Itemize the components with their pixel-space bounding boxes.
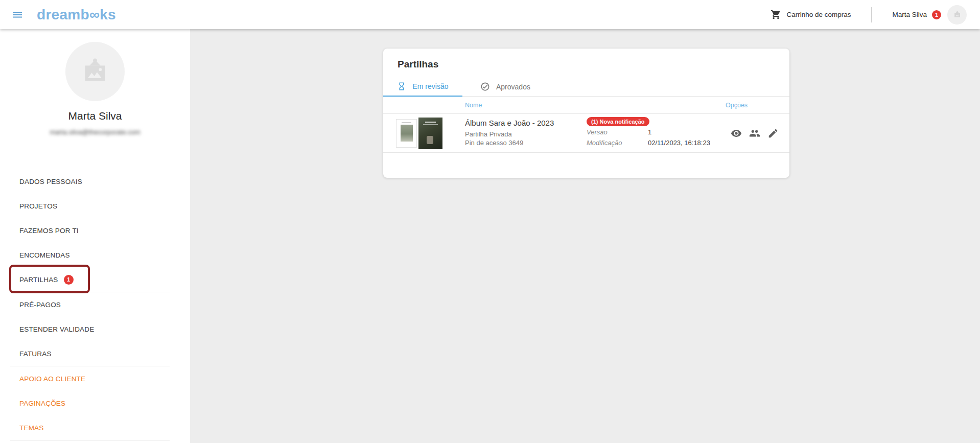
preview-button[interactable] <box>731 128 742 139</box>
album-thumbnail-front <box>396 119 417 148</box>
sidebar-item-label: FATURAS <box>19 350 52 358</box>
partilhas-card: Partilhas Em revisão Aprovados Nome Opçõ… <box>383 49 789 178</box>
edit-icon <box>767 128 779 139</box>
share-meta: (1) Nova notificação Versão 1 Modificaçã… <box>587 116 710 148</box>
cart-label: Carrinho de compras <box>786 11 851 18</box>
tab-em-revisao[interactable]: Em revisão <box>383 77 462 97</box>
hourglass-icon <box>397 82 406 91</box>
header-divider <box>871 7 872 22</box>
image-placeholder-icon <box>953 10 962 19</box>
table-row: Álbum Sara e João - 2023 Partilha Privad… <box>383 114 789 153</box>
header-avatar[interactable] <box>947 5 967 25</box>
thumbnail-figure <box>427 136 433 144</box>
profile-name: Marta Silva <box>0 110 190 122</box>
sidebar-item-dados-pessoais[interactable]: DADOS PESSOAIS <box>0 169 190 194</box>
row-actions <box>731 128 779 139</box>
thumbnail-photo <box>401 125 413 142</box>
sidebar-item-partilhas[interactable]: PARTILHAS 1 <box>0 267 190 292</box>
sidebar-item-label: APOIO AO CLIENTE <box>19 375 85 383</box>
album-info: Álbum Sara e João - 2023 Partilha Privad… <box>465 119 554 147</box>
card-title: Partilhas <box>398 59 438 70</box>
header-notification-badge: 1 <box>932 10 941 19</box>
cart-icon <box>771 9 781 20</box>
header-right: Carrinho de compras Marta Silva 1 <box>771 5 980 25</box>
album-title: Álbum Sara e João - 2023 <box>465 119 554 127</box>
profile-avatar <box>65 42 125 101</box>
sidebar-menu: DADOS PESSOAIS PROJETOS FAZEMOS POR TI E… <box>0 169 190 440</box>
version-value: 1 <box>648 128 651 137</box>
sidebar-item-label: FAZEMOS POR TI <box>19 227 79 235</box>
sidebar-item-label: ESTENDER VALIDADE <box>19 325 94 333</box>
tab-label: Aprovados <box>496 83 530 91</box>
modification-value: 02/11/2023, 16:18:23 <box>648 138 710 148</box>
new-notification-badge: (1) Nova notificação <box>587 117 649 126</box>
share-users-icon <box>749 128 760 139</box>
table-header: Nome Opções <box>383 97 789 114</box>
partilhas-notification-badge: 1 <box>64 275 74 285</box>
album-thumbnail-cover <box>418 118 442 149</box>
hamburger-menu-button[interactable] <box>11 9 24 21</box>
version-label: Versão <box>587 128 648 137</box>
sidebar-item-label: PAGINAÇÕES <box>19 400 65 407</box>
tab-label: Em revisão <box>412 82 448 90</box>
sidebar-item-projetos[interactable]: PROJETOS <box>0 194 190 218</box>
sidebar-item-temas[interactable]: TEMAS <box>0 415 190 440</box>
share-type: Partilha Privada <box>465 130 554 138</box>
column-header-opcoes: Opções <box>726 97 748 114</box>
sidebar-item-paginacoes[interactable]: PAGINAÇÕES <box>0 391 190 415</box>
version-row: Versão 1 <box>587 128 710 137</box>
preview-icon <box>731 128 742 139</box>
app-header: dreamb∞ks Carrinho de compras Marta Silv… <box>0 0 980 29</box>
tab-bar: Em revisão Aprovados <box>383 77 789 97</box>
share-users-button[interactable] <box>749 128 760 139</box>
sidebar-divider <box>10 440 170 440</box>
edit-button[interactable] <box>767 128 779 139</box>
sidebar-item-faturas[interactable]: FATURAS <box>0 341 190 366</box>
sidebar-item-estender-validade[interactable]: ESTENDER VALIDADE <box>0 317 190 341</box>
sidebar-item-label: TEMAS <box>19 424 44 432</box>
sidebar-item-label: PRÉ-PAGOS <box>19 301 61 309</box>
sidebar: Marta Silva marta.silva@thecorporate.com… <box>0 29 190 443</box>
sidebar-item-pre-pagos[interactable]: PRÉ-PAGOS <box>0 292 190 317</box>
modification-label: Modificação <box>587 138 648 148</box>
tab-aprovados[interactable]: Aprovados <box>480 77 530 96</box>
sidebar-item-apoio-ao-cliente[interactable]: APOIO AO CLIENTE <box>0 366 190 391</box>
cart-button[interactable]: Carrinho de compras <box>771 9 851 20</box>
sidebar-item-label: ENCOMENDAS <box>19 251 70 259</box>
sidebar-item-label: PARTILHAS <box>19 276 58 284</box>
sidebar-item-encomendas[interactable]: ENCOMENDAS <box>0 243 190 267</box>
sidebar-item-label: PROJETOS <box>19 202 57 210</box>
check-circle-icon <box>480 82 490 91</box>
sidebar-item-fazemos-por-ti[interactable]: FAZEMOS POR TI <box>0 218 190 243</box>
access-pin: Pin de acesso 3649 <box>465 138 554 147</box>
image-placeholder-icon <box>79 56 111 87</box>
album-thumbnails <box>396 114 442 152</box>
dreambooks-logo[interactable]: dreamb∞ks <box>37 8 116 22</box>
hamburger-icon <box>11 9 24 21</box>
sidebar-item-label: DADOS PESSOAIS <box>19 178 82 185</box>
column-header-nome: Nome <box>465 97 482 114</box>
header-user-name[interactable]: Marta Silva <box>892 11 927 18</box>
modification-row: Modificação 02/11/2023, 16:18:23 <box>587 138 710 148</box>
profile-email-redacted: marta.silva@thecorporate.com <box>0 128 190 136</box>
